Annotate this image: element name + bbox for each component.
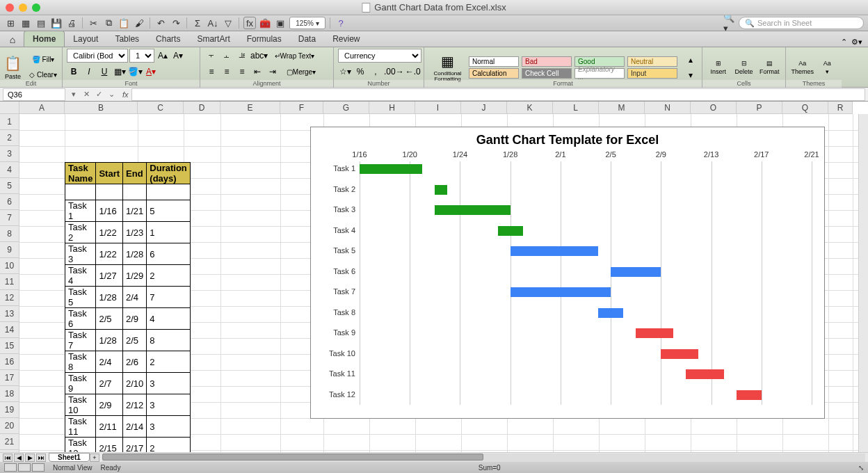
gantt-bar[interactable] (611, 267, 661, 277)
gantt-bar[interactable] (435, 185, 447, 195)
row-header[interactable]: 14 (0, 322, 19, 338)
format-cells-button[interactable]: ▤Format (757, 52, 781, 83)
save-icon[interactable]: 💾 (50, 17, 63, 29)
sheet-first-icon[interactable]: ⏮ (3, 454, 13, 462)
table-row[interactable]: Task 71/282/58 (65, 330, 191, 351)
fx-icon[interactable]: fx (243, 17, 256, 29)
page-break-view-icon[interactable] (32, 463, 45, 472)
spreadsheet-grid[interactable]: ABCDEFGHIJKLMNOPQR 123456789101112131415… (0, 102, 868, 452)
copy-icon[interactable]: ⧉ (102, 17, 115, 29)
table-row[interactable]: Task 82/42/62 (65, 351, 191, 373)
cancel-formula-icon[interactable]: ✕ (81, 89, 92, 100)
close-window-button[interactable] (6, 3, 14, 12)
align-top-icon[interactable]: ⫟ (204, 49, 218, 63)
style-check-cell[interactable]: Check Cell (522, 68, 572, 79)
sheet-tab-sheet1[interactable]: Sheet1 (49, 453, 90, 462)
row-header[interactable]: 19 (0, 402, 19, 418)
column-header[interactable]: H (369, 102, 415, 114)
gantt-bar[interactable] (661, 349, 698, 359)
gantt-bar[interactable] (636, 328, 673, 338)
select-all-corner[interactable] (0, 102, 19, 114)
column-header[interactable]: J (461, 102, 507, 114)
tab-data[interactable]: Data (290, 31, 324, 47)
row-header[interactable]: 18 (0, 386, 19, 402)
table-row[interactable]: Task 62/52/94 (65, 308, 191, 330)
align-bottom-icon[interactable]: ⫡ (235, 49, 249, 63)
open-icon[interactable]: ▤ (35, 17, 47, 29)
indent-left-icon[interactable]: ⇤ (250, 65, 264, 79)
search-input[interactable]: 🔍 Search in Sheet (739, 17, 864, 29)
row-header[interactable]: 21 (0, 434, 19, 450)
table-row[interactable]: Task 51/282/47 (65, 287, 191, 308)
underline-button[interactable]: U (97, 65, 111, 79)
indent-right-icon[interactable]: ⇥ (266, 65, 280, 79)
style-calculation[interactable]: Calculation (469, 68, 519, 79)
row-header[interactable]: 2 (0, 130, 19, 146)
add-sheet-icon[interactable]: + (90, 454, 99, 462)
tab-layout[interactable]: Layout (65, 31, 106, 47)
wrap-text-button[interactable]: ↵ Wrap Text ▾ (269, 49, 319, 63)
media-icon[interactable]: ▣ (274, 17, 287, 29)
sheet-last-icon[interactable]: ⏭ (36, 454, 46, 462)
align-center-icon[interactable]: ≡ (220, 65, 234, 79)
fx-button[interactable]: ⌄ (106, 89, 117, 100)
theme-fonts-button[interactable]: Aa▾ (817, 52, 837, 83)
row-header[interactable]: 6 (0, 194, 19, 210)
align-right-icon[interactable]: ≡ (235, 65, 249, 79)
number-format-select[interactable]: Currency (338, 49, 421, 63)
column-header[interactable]: L (553, 102, 599, 114)
style-input[interactable]: Input (627, 68, 677, 79)
table-row[interactable]: Task 92/72/103 (65, 373, 191, 394)
table-row[interactable]: Task 112/112/143 (65, 416, 191, 438)
font-size-select[interactable]: 12 (129, 49, 154, 63)
increase-decimal-icon[interactable]: .00→ (384, 65, 404, 79)
delete-cells-button[interactable]: ⊟Delete (732, 52, 756, 83)
formula-input[interactable] (131, 88, 865, 101)
tab-charts[interactable]: Charts (147, 31, 188, 47)
gantt-bar[interactable] (511, 246, 598, 256)
sort-icon[interactable]: A↓ (207, 17, 219, 29)
merge-button[interactable]: ▢ Merge ▾ (281, 65, 321, 79)
cut-icon[interactable]: ✂ (87, 17, 99, 29)
column-header[interactable]: D (184, 102, 220, 114)
name-box[interactable]: Q36 (3, 88, 65, 101)
column-header[interactable]: A (19, 102, 65, 114)
style-neutral[interactable]: Neutral (627, 56, 677, 67)
gantt-bar[interactable] (511, 287, 611, 297)
toolbox-icon[interactable]: 🧰 (259, 17, 271, 29)
excel-icon[interactable]: ⊞ (4, 17, 17, 29)
column-header[interactable]: K (507, 102, 553, 114)
column-header[interactable]: P (737, 102, 782, 114)
row-header[interactable]: 16 (0, 354, 19, 370)
style-normal[interactable]: Normal (469, 56, 519, 67)
shrink-font-icon[interactable]: A▾ (171, 49, 185, 63)
gantt-bar[interactable] (360, 164, 422, 174)
table-row[interactable]: Task 11/161/215 (65, 200, 191, 222)
styles-scroll-up-icon[interactable]: ▴ (684, 53, 698, 67)
table-row[interactable]: Task 31/221/286 (65, 243, 191, 265)
font-name-select[interactable]: Calibri (Body) (67, 49, 128, 63)
redo-icon[interactable]: ↷ (170, 17, 182, 29)
themes-button[interactable]: AaThemes (790, 52, 814, 83)
gantt-bar[interactable] (737, 390, 762, 400)
status-resize-icon[interactable]: ⤡ (858, 464, 864, 472)
autosum-icon[interactable]: Σ (191, 17, 204, 29)
help-icon[interactable]: ? (335, 17, 347, 29)
row-header[interactable]: 9 (0, 242, 19, 258)
style-explanatory[interactable]: Explanatory ... (574, 68, 625, 79)
currency-icon[interactable]: ☆▾ (338, 65, 352, 79)
page-layout-view-icon[interactable] (18, 463, 31, 472)
zoom-select[interactable]: 125% ▾ (289, 17, 326, 29)
tab-tables[interactable]: Tables (106, 31, 147, 47)
grow-font-icon[interactable]: A▴ (156, 49, 170, 63)
namebox-dropdown-icon[interactable]: ▾ (68, 89, 79, 100)
ribbon-home-icon[interactable]: ⌂ (4, 33, 21, 47)
column-header[interactable]: Q (782, 102, 828, 114)
decrease-decimal-icon[interactable]: ←.0 (405, 65, 421, 79)
table-row[interactable]: Task 41/271/292 (65, 265, 191, 287)
gantt-bar[interactable] (686, 369, 723, 379)
vertical-scrollbar[interactable] (858, 114, 868, 452)
row-header[interactable]: 3 (0, 146, 19, 162)
tab-formulas[interactable]: Formulas (239, 31, 290, 47)
gantt-bar[interactable] (435, 205, 510, 215)
